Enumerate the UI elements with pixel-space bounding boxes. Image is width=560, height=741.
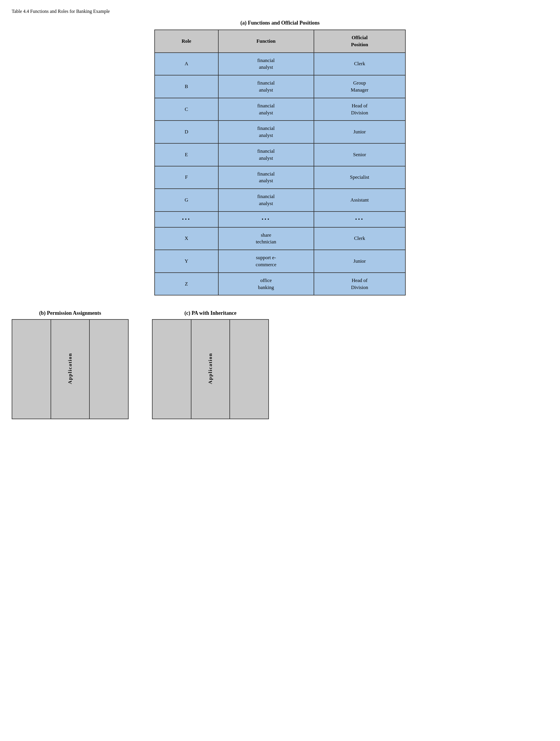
bc-c-cell-application: Application xyxy=(191,320,230,419)
section-b-title: (b) Permission Assignments xyxy=(12,310,129,316)
cell-position: Head ofDivision xyxy=(314,98,405,121)
bc-cell-empty-1 xyxy=(12,320,51,419)
cell-position: Junior xyxy=(314,250,405,273)
bc-cell-empty-2 xyxy=(89,320,128,419)
table-row: GfinancialanalystAssistant xyxy=(155,189,405,211)
table-caption: Table 4.4 Functions and Roles for Bankin… xyxy=(12,9,548,14)
table-bc-c-row: Application xyxy=(152,320,268,419)
section-c: (c) PA with Inheritance Application xyxy=(152,310,269,419)
cell-function: financialanalyst xyxy=(218,143,314,166)
application-label-b: Application xyxy=(67,353,73,384)
table-row: EfinancialanalystSenior xyxy=(155,143,405,166)
table-row: ••••••••• xyxy=(155,211,405,227)
cell-function: financialanalyst xyxy=(218,166,314,189)
cell-position: Head ofDivision xyxy=(314,273,405,295)
cell-role: C xyxy=(155,98,218,121)
cell-position: Clerk xyxy=(314,227,405,250)
section-a-title: (a) Functions and Official Positions xyxy=(12,20,548,26)
cell-role: X xyxy=(155,227,218,250)
cell-role: D xyxy=(155,121,218,143)
cell-position: GroupManager xyxy=(314,75,405,98)
cell-role: Z xyxy=(155,273,218,295)
table-row: FfinancialanalystSpecialist xyxy=(155,166,405,189)
cell-position: Assistant xyxy=(314,189,405,211)
cell-function: financialanalyst xyxy=(218,75,314,98)
section-b: (b) Permission Assignments Application xyxy=(12,310,129,419)
col-header-role: Role xyxy=(155,30,218,53)
cell-position: Clerk xyxy=(314,53,405,75)
cell-position: Specialist xyxy=(314,166,405,189)
col-header-position: OfficialPosition xyxy=(314,30,405,53)
table-row: ZofficebankingHead ofDivision xyxy=(155,273,405,295)
bc-c-cell-empty-1 xyxy=(152,320,191,419)
cell-role: E xyxy=(155,143,218,166)
cell-position: ••• xyxy=(314,211,405,227)
table-row: Ysupport e-commerceJunior xyxy=(155,250,405,273)
bottom-section: (b) Permission Assignments Application (… xyxy=(12,310,548,419)
application-label-c: Application xyxy=(208,353,213,384)
permission-assignments-table: Application xyxy=(12,319,129,419)
cell-function: sharetechnician xyxy=(218,227,314,250)
cell-function: financialanalyst xyxy=(218,189,314,211)
col-header-function: Function xyxy=(218,30,314,53)
pa-inheritance-table: Application xyxy=(152,319,269,419)
table-header-row: Role Function OfficialPosition xyxy=(155,30,405,53)
table-row: BfinancialanalystGroupManager xyxy=(155,75,405,98)
table-row: CfinancialanalystHead ofDivision xyxy=(155,98,405,121)
bc-c-cell-empty-2 xyxy=(230,320,268,419)
cell-function: support e-commerce xyxy=(218,250,314,273)
cell-role: Y xyxy=(155,250,218,273)
table-row: XsharetechnicianClerk xyxy=(155,227,405,250)
cell-role: A xyxy=(155,53,218,75)
functions-table: Role Function OfficialPosition Afinancia… xyxy=(154,29,406,295)
cell-position: Junior xyxy=(314,121,405,143)
cell-role: F xyxy=(155,166,218,189)
table-row: DfinancialanalystJunior xyxy=(155,121,405,143)
cell-role: B xyxy=(155,75,218,98)
cell-function: financialanalyst xyxy=(218,121,314,143)
bc-cell-application-b: Application xyxy=(51,320,90,419)
section-a: (a) Functions and Official Positions Rol… xyxy=(12,20,548,295)
cell-function: financialanalyst xyxy=(218,53,314,75)
cell-role: G xyxy=(155,189,218,211)
section-c-title: (c) PA with Inheritance xyxy=(152,310,269,316)
table-row: AfinancialanalystClerk xyxy=(155,53,405,75)
cell-function: financialanalyst xyxy=(218,98,314,121)
cell-role: ••• xyxy=(155,211,218,227)
table-bc-row: Application xyxy=(12,320,128,419)
cell-function: ••• xyxy=(218,211,314,227)
cell-position: Senior xyxy=(314,143,405,166)
cell-function: officebanking xyxy=(218,273,314,295)
